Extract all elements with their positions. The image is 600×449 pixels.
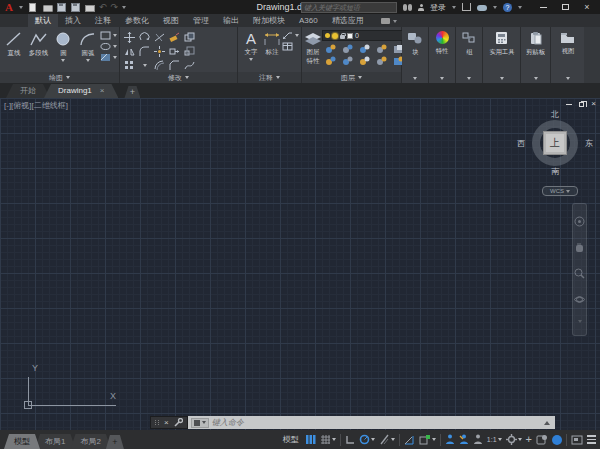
panel-annotation-footer[interactable]: 注释 [238, 72, 301, 83]
block-expand-chevron-icon[interactable] [413, 77, 417, 80]
rectangle-chevron-icon[interactable] [113, 34, 117, 37]
layer-on2-icon[interactable] [325, 56, 336, 66]
layout-tab-model[interactable]: 模型 [4, 434, 40, 449]
polar-chevron-icon[interactable] [371, 438, 375, 441]
properties-expand-chevron-icon[interactable] [440, 77, 444, 80]
array-icon[interactable] [124, 60, 135, 71]
layout-tab-layout1[interactable]: 布局1 [35, 434, 75, 449]
group-expand-chevron-icon[interactable] [467, 77, 471, 80]
hardware-acceleration-icon[interactable] [552, 435, 562, 445]
drawing-restore-icon[interactable] [579, 102, 584, 107]
rotate-icon[interactable] [139, 32, 150, 43]
layer-unlock-icon[interactable] [342, 56, 353, 66]
signin-person-icon[interactable] [418, 4, 424, 11]
open-file-icon[interactable] [43, 3, 53, 12]
ribbon-tab-insert[interactable]: 插入 [58, 14, 88, 27]
ribbon-tab-addins[interactable]: 附加模块 [246, 14, 292, 27]
chamfer-icon[interactable] [169, 60, 180, 71]
snap-mode-control[interactable] [320, 434, 336, 445]
panel-view[interactable]: 视图 [551, 27, 584, 83]
plot-icon[interactable] [85, 3, 95, 12]
panel-group[interactable]: 组 [456, 27, 483, 83]
panel-modify-footer[interactable]: 修改 [120, 72, 237, 83]
array-chevron-icon[interactable] [143, 64, 147, 67]
pan-icon[interactable] [574, 242, 585, 253]
help-chevron-icon[interactable] [518, 6, 522, 9]
rectangle-button[interactable] [100, 31, 117, 40]
object-snap-control[interactable] [419, 434, 436, 445]
isodraft-chevron-icon[interactable] [391, 438, 395, 441]
command-history-arrow-icon[interactable] [544, 421, 550, 425]
blend-icon[interactable] [184, 60, 195, 71]
grid-display-icon[interactable] [305, 434, 316, 445]
clean-screen-icon[interactable] [571, 435, 583, 445]
ribbon-tab-a360[interactable]: A360 [292, 14, 325, 27]
layer-thaw-tool-icon[interactable] [359, 56, 370, 66]
ortho-icon[interactable] [345, 435, 355, 445]
command-close-icon[interactable]: × [164, 417, 169, 428]
command-line-grip[interactable]: × [150, 416, 188, 429]
arc-chevron-icon[interactable] [86, 59, 90, 62]
copy-icon[interactable] [184, 32, 195, 43]
file-tab-start[interactable]: 开始 [6, 84, 50, 98]
isodraft-control[interactable] [379, 434, 395, 445]
new-drawing-tab-button[interactable]: + [124, 86, 140, 98]
zoom-icon[interactable] [574, 268, 585, 279]
dimension-button[interactable]: 标注 [262, 29, 282, 57]
ellipse-button[interactable] [100, 42, 117, 51]
scale-icon[interactable] [184, 46, 195, 57]
workspace-switching-control[interactable] [506, 434, 522, 445]
stretch-icon[interactable] [169, 46, 180, 57]
redo-icon[interactable]: ↷ [111, 3, 119, 12]
panel-clipboard[interactable]: 剪贴板 [521, 27, 551, 83]
layout-tab-layout2[interactable]: 布局2 [70, 434, 110, 449]
ribbon-tab-annotate[interactable]: 注释 [88, 14, 118, 27]
cloud-chevron-icon[interactable] [493, 6, 497, 9]
explode-icon[interactable] [154, 46, 165, 57]
viewcube[interactable]: 上 北 南 西 东 [524, 112, 586, 174]
annotation-visibility-icon[interactable] [445, 434, 455, 445]
leader-button[interactable] [282, 31, 299, 40]
clipboard-expand-chevron-icon[interactable] [534, 77, 538, 80]
modify-expand-chevron-icon[interactable] [185, 76, 189, 79]
scale-chevron-icon[interactable] [498, 438, 502, 441]
save-as-icon[interactable] [71, 3, 81, 12]
autoscale-icon[interactable] [459, 434, 469, 445]
ribbon-tab-view[interactable]: 视图 [156, 14, 186, 27]
drawing-canvas[interactable]: [-][俯视][二维线框] × 上 北 南 西 东 WCS Y [0, 98, 600, 430]
customize-wrench-icon[interactable] [173, 418, 183, 428]
polar-tracking-control[interactable] [359, 434, 375, 445]
navbar-more-chevron-icon[interactable] [578, 320, 582, 323]
erase-icon[interactable] [169, 32, 180, 43]
new-layout-button[interactable]: + [106, 435, 124, 449]
mirror-icon[interactable] [124, 46, 135, 57]
app-menu-button[interactable]: A [0, 1, 18, 14]
text-chevron-icon[interactable] [249, 58, 253, 61]
trim-icon[interactable] [154, 32, 165, 43]
ribbon-tab-manage[interactable]: 管理 [186, 14, 216, 27]
drag-handle-icon[interactable] [155, 420, 160, 425]
move-icon[interactable] [124, 32, 135, 43]
layer-properties-button[interactable]: 图层 特性 [304, 30, 322, 66]
layer-lock-tool-icon[interactable] [376, 44, 387, 54]
help-search-box[interactable] [301, 2, 397, 13]
recent-commands-chevron-icon[interactable] [202, 421, 206, 424]
save-icon[interactable] [57, 3, 67, 12]
panel-layers-footer[interactable]: 图层 [302, 72, 401, 83]
file-tab-drawing1[interactable]: Drawing1 × [44, 84, 118, 98]
annotation-scale-control[interactable]: 1:1 [487, 436, 502, 443]
ribbon-tab-home[interactable]: 默认 [28, 14, 58, 27]
object-snap-tracking-icon[interactable] [404, 434, 415, 445]
model-space-button[interactable]: 模型 [281, 434, 301, 445]
app-store-icon[interactable] [462, 3, 471, 11]
layer-off-icon[interactable] [325, 44, 336, 54]
snap-chevron-icon[interactable] [332, 438, 336, 441]
isolate-objects-icon[interactable] [536, 434, 548, 445]
view-expand-chevron-icon[interactable] [566, 77, 570, 80]
workspace-chevron-icon[interactable] [518, 438, 522, 441]
osnap-chevron-icon[interactable] [432, 438, 436, 441]
qat-customize-chevron-icon[interactable] [122, 6, 126, 9]
new-file-icon[interactable] [29, 3, 39, 12]
annotation-scale-person-icon[interactable] [473, 434, 483, 445]
ribbon-minimize-icon[interactable] [381, 18, 390, 24]
